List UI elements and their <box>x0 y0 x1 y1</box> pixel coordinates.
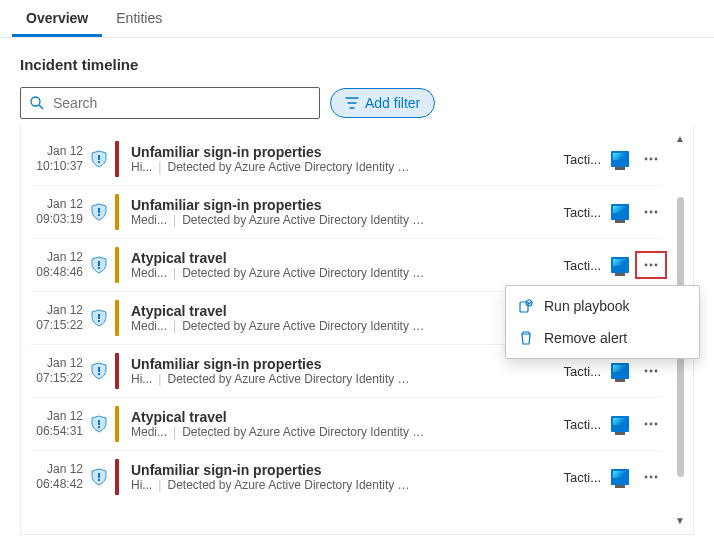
search-input[interactable] <box>53 95 311 111</box>
product-icon <box>611 469 629 485</box>
more-actions-button[interactable] <box>639 414 663 434</box>
svg-rect-27 <box>98 420 100 425</box>
svg-line-1 <box>39 105 43 109</box>
more-actions-button[interactable] <box>639 361 663 381</box>
scroll-down-icon[interactable]: ▼ <box>675 515 685 526</box>
svg-point-30 <box>650 423 653 426</box>
svg-point-10 <box>650 211 653 214</box>
alert-title: Unfamiliar sign-in properties <box>131 356 559 372</box>
alert-title: Atypical travel <box>131 409 559 425</box>
menu-run-playbook-label: Run playbook <box>544 298 630 314</box>
row-content: Unfamiliar sign-in properties Medi... | … <box>123 197 559 227</box>
tab-entities[interactable]: Entities <box>102 0 176 37</box>
product-icon <box>611 151 629 167</box>
svg-point-38 <box>526 300 532 306</box>
add-filter-label: Add filter <box>365 95 420 111</box>
time-label: 06:48:42 <box>31 477 83 492</box>
severity-label: Hi... <box>131 478 152 492</box>
svg-point-5 <box>650 158 653 161</box>
alert-title: Unfamiliar sign-in properties <box>131 462 559 478</box>
time-label: 09:03:19 <box>31 212 83 227</box>
severity-bar <box>115 194 119 230</box>
timeline-row[interactable]: Jan 12 10:10:37 Unfamiliar sign-in prope… <box>31 133 663 186</box>
playbook-icon <box>518 298 534 314</box>
row-content: Unfamiliar sign-in properties Hi... | De… <box>123 356 559 386</box>
svg-point-16 <box>655 264 658 267</box>
detected-by-label: Detected by Azure Active Directory Ident… <box>167 478 412 492</box>
row-content: Atypical travel Medi... | Detected by Az… <box>123 250 559 280</box>
timeline-row[interactable]: Jan 12 06:48:42 Unfamiliar sign-in prope… <box>31 451 663 503</box>
tab-overview[interactable]: Overview <box>12 0 102 37</box>
severity-bar <box>115 353 119 389</box>
timeline-row[interactable]: Jan 12 09:03:19 Unfamiliar sign-in prope… <box>31 186 663 239</box>
menu-remove-alert[interactable]: Remove alert <box>506 322 699 354</box>
detected-by-label: Detected by Azure Active Directory Ident… <box>167 372 412 386</box>
svg-rect-32 <box>98 473 100 478</box>
panel-title: Incident timeline <box>20 56 694 73</box>
security-alert-icon <box>87 150 111 168</box>
svg-point-0 <box>31 97 40 106</box>
svg-point-14 <box>645 264 648 267</box>
tactics-label: Tacti... <box>563 470 601 485</box>
timestamp: Jan 12 07:15:22 <box>31 356 83 386</box>
timestamp: Jan 12 07:15:22 <box>31 303 83 333</box>
date-label: Jan 12 <box>31 250 83 265</box>
row-content: Atypical travel Medi... | Detected by Az… <box>123 303 559 333</box>
svg-rect-3 <box>98 161 100 163</box>
tactics-label: Tacti... <box>563 152 601 167</box>
severity-label: Medi... <box>131 425 167 439</box>
more-actions-button[interactable] <box>639 202 663 222</box>
svg-rect-12 <box>98 261 100 266</box>
toolbar: Add filter <box>20 87 694 119</box>
tactics-label: Tacti... <box>563 258 601 273</box>
severity-label: Medi... <box>131 319 167 333</box>
timeline-row[interactable]: Jan 12 06:54:31 Atypical travel Medi... … <box>31 398 663 451</box>
date-label: Jan 12 <box>31 462 83 477</box>
timestamp: Jan 12 10:10:37 <box>31 144 83 174</box>
more-actions-button[interactable] <box>639 149 663 169</box>
svg-point-31 <box>655 423 658 426</box>
svg-rect-23 <box>98 373 100 375</box>
svg-rect-28 <box>98 426 100 428</box>
svg-point-9 <box>645 211 648 214</box>
security-alert-icon <box>87 468 111 486</box>
severity-bar <box>115 247 119 283</box>
menu-run-playbook[interactable]: Run playbook <box>506 290 699 322</box>
detected-by-label: Detected by Azure Active Directory Ident… <box>182 266 427 280</box>
tabs: Overview Entities <box>0 0 714 38</box>
security-alert-icon <box>87 203 111 221</box>
more-actions-button[interactable] <box>639 255 663 275</box>
svg-point-25 <box>650 370 653 373</box>
alert-title: Unfamiliar sign-in properties <box>131 197 559 213</box>
product-icon <box>611 257 629 273</box>
severity-bar <box>115 459 119 495</box>
row-content: Unfamiliar sign-in properties Hi... | De… <box>123 144 559 174</box>
svg-rect-17 <box>98 314 100 319</box>
svg-point-4 <box>645 158 648 161</box>
svg-point-34 <box>645 476 648 479</box>
timestamp: Jan 12 06:48:42 <box>31 462 83 492</box>
time-label: 07:15:22 <box>31 318 83 333</box>
scroll-up-icon[interactable]: ▲ <box>675 133 685 144</box>
search-box[interactable] <box>20 87 320 119</box>
severity-label: Medi... <box>131 266 167 280</box>
svg-rect-33 <box>98 479 100 481</box>
row-content: Unfamiliar sign-in properties Hi... | De… <box>123 462 559 492</box>
detected-by-label: Detected by Azure Active Directory Ident… <box>167 160 412 174</box>
tactics-label: Tacti... <box>563 364 601 379</box>
timestamp: Jan 12 09:03:19 <box>31 197 83 227</box>
svg-point-36 <box>655 476 658 479</box>
alert-title: Atypical travel <box>131 303 559 319</box>
svg-rect-37 <box>520 302 528 312</box>
product-icon <box>611 204 629 220</box>
alert-title: Atypical travel <box>131 250 559 266</box>
security-alert-icon <box>87 362 111 380</box>
context-menu: Run playbook Remove alert <box>505 285 700 359</box>
svg-point-26 <box>655 370 658 373</box>
security-alert-icon <box>87 309 111 327</box>
date-label: Jan 12 <box>31 197 83 212</box>
add-filter-button[interactable]: Add filter <box>330 88 435 118</box>
date-label: Jan 12 <box>31 409 83 424</box>
severity-bar <box>115 300 119 336</box>
more-actions-button[interactable] <box>639 467 663 487</box>
